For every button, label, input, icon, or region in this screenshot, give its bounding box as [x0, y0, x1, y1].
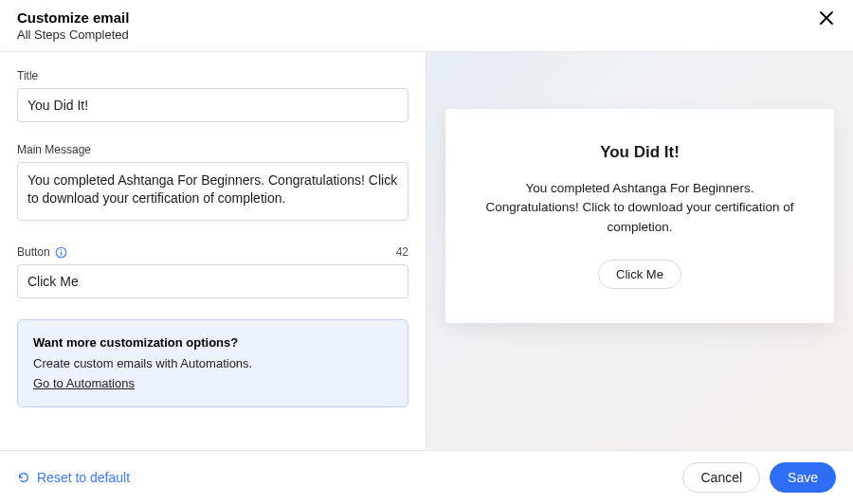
preview-message: You completed Ashtanga For Beginners. Co… — [483, 179, 796, 237]
edit-panel: Title Main Message You completed Ashtang… — [0, 52, 426, 450]
button-field: Button 42 — [17, 245, 408, 298]
preview-cta-button[interactable]: Click Me — [598, 260, 681, 289]
modal-subtitle: All Steps Completed — [17, 27, 129, 42]
email-preview-card: You Did It! You completed Ashtanga For B… — [445, 109, 834, 323]
svg-point-1 — [60, 249, 62, 251]
preview-title: You Did It! — [483, 143, 796, 162]
title-input[interactable] — [17, 88, 408, 122]
button-text-input[interactable] — [17, 264, 408, 298]
message-label: Main Message — [17, 143, 91, 156]
go-to-automations-link[interactable]: Go to Automations — [33, 374, 135, 393]
title-field: Title — [17, 69, 408, 122]
modal-header: Customize email All Steps Completed — [0, 0, 853, 52]
preview-panel: You Did It! You completed Ashtanga For B… — [426, 52, 853, 450]
info-icon[interactable] — [55, 246, 67, 259]
callout-body: Create custom emails with Automations. — [33, 354, 392, 373]
message-textarea[interactable]: You completed Ashtanga For Beginners. Co… — [17, 162, 408, 221]
message-field: Main Message You completed Ashtanga For … — [17, 143, 408, 225]
reset-label: Reset to default — [37, 470, 130, 485]
customization-callout: Want more customization options? Create … — [17, 319, 408, 407]
title-label: Title — [17, 69, 38, 82]
reset-to-default-button[interactable]: Reset to default — [17, 470, 130, 485]
svg-rect-2 — [61, 251, 62, 255]
modal-title: Customize email — [17, 9, 129, 26]
save-button[interactable]: Save — [770, 462, 836, 493]
close-button[interactable] — [817, 9, 836, 28]
callout-title: Want more customization options? — [33, 333, 392, 352]
modal-footer: Reset to default Cancel Save — [0, 450, 853, 504]
close-icon — [820, 9, 833, 29]
refresh-icon — [17, 471, 30, 484]
button-char-count: 42 — [396, 245, 408, 259]
button-label: Button — [17, 245, 50, 259]
cancel-button[interactable]: Cancel — [682, 462, 760, 493]
